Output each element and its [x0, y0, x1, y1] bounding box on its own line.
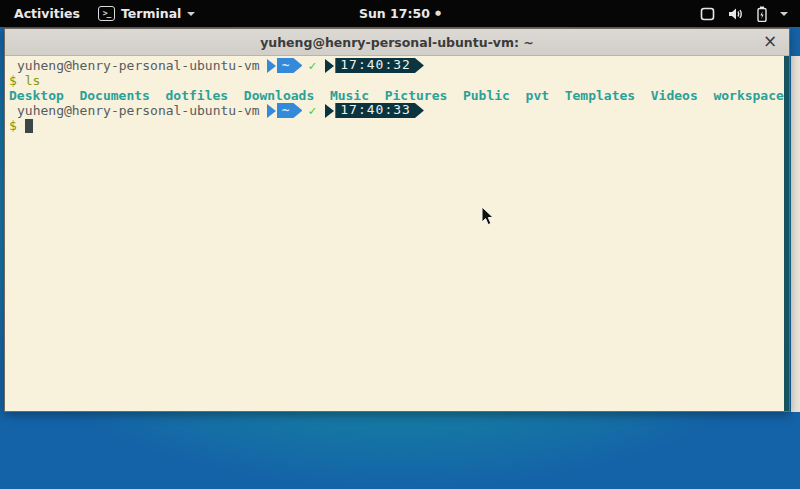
terminal-app-icon: >_	[98, 6, 115, 21]
close-button[interactable]: ×	[759, 29, 781, 55]
system-status-area[interactable]	[700, 6, 800, 22]
powerline-arrow-icon	[267, 59, 276, 73]
mouse-pointer-icon	[480, 206, 495, 227]
prompt-host: yuheng@henry-personal-ubuntu-vm	[17, 58, 260, 73]
system-menu-chevron-icon	[780, 12, 788, 16]
scrollbar[interactable]	[784, 56, 789, 411]
text-cursor	[25, 119, 33, 133]
status-check-icon: ✓	[308, 58, 316, 73]
prompt-time-segment: 17:40:32	[335, 58, 424, 73]
prompt-path-segment: ~	[277, 58, 303, 73]
chevron-down-icon	[187, 12, 195, 16]
prompt-symbol: $	[9, 73, 17, 88]
background-sliver	[791, 56, 800, 412]
app-menu-terminal[interactable]: >_ Terminal	[98, 6, 195, 21]
current-input-line[interactable]: $	[9, 118, 789, 133]
display-icon	[700, 7, 715, 21]
window-titlebar[interactable]: yuheng@henry-personal-ubuntu-vm: ~ ×	[5, 29, 789, 56]
window-title: yuheng@henry-personal-ubuntu-vm: ~	[260, 35, 534, 50]
ls-output-line: Desktop Documents dotfiles Downloads Mus…	[9, 88, 789, 103]
powerline-arrow-icon	[325, 104, 334, 118]
battery-charging-icon	[757, 6, 767, 22]
powerline-arrow-icon	[325, 59, 334, 73]
prompt-line-1: yuheng@henry-personal-ubuntu-vm ~ ✓ 17:4…	[9, 58, 789, 73]
prompt-path-segment: ~	[277, 103, 303, 118]
top-bar: Activities >_ Terminal Sun 17:50 ●	[0, 0, 800, 27]
status-check-icon: ✓	[308, 103, 316, 118]
prompt-time-segment: 17:40:33	[335, 103, 424, 118]
app-menu-label: Terminal	[121, 6, 181, 21]
prompt-symbol: $	[9, 118, 17, 133]
clock-label[interactable]: Sun 17:50	[359, 6, 430, 21]
powerline-arrow-icon	[267, 104, 276, 118]
terminal-window: yuheng@henry-personal-ubuntu-vm: ~ × yuh…	[4, 28, 790, 412]
activities-button[interactable]: Activities	[10, 6, 84, 21]
typed-command: ls	[25, 73, 41, 88]
terminal-content[interactable]: yuheng@henry-personal-ubuntu-vm ~ ✓ 17:4…	[5, 56, 789, 411]
notification-dot-icon: ●	[435, 0, 441, 27]
command-line: $ ls	[9, 73, 789, 88]
prompt-line-2: yuheng@henry-personal-ubuntu-vm ~ ✓ 17:4…	[9, 103, 789, 118]
prompt-host: yuheng@henry-personal-ubuntu-vm	[17, 103, 260, 118]
volume-icon	[728, 7, 744, 21]
